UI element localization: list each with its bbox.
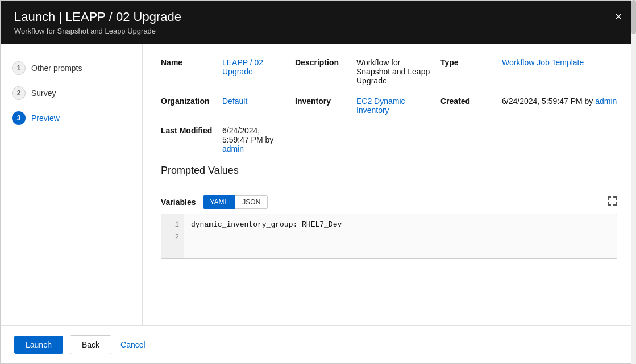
- section-divider: [161, 186, 617, 186]
- type-field: Type Workflow Job Template: [440, 58, 617, 67]
- step-number-1: 1: [12, 61, 26, 75]
- detail-row-2: Organization Default Inventory EC2 Dynam…: [161, 97, 617, 115]
- tab-group: YAML JSON: [203, 195, 268, 209]
- prompted-values-section: Prompted Values Variables YAML JSON: [161, 165, 617, 259]
- sidebar-item-other-prompts[interactable]: 1 Other prompts: [1, 56, 142, 81]
- last-modified-value: 6/24/2024, 5:59:47 PM by admin: [222, 126, 286, 153]
- name-label: Name: [161, 58, 218, 67]
- sidebar: 1 Other prompts 2 Survey 3 Preview: [1, 44, 143, 325]
- line-num-2: 2: [161, 231, 184, 244]
- detail-row-1: Name LEAPP / 02 Upgrade Description Work…: [161, 58, 617, 85]
- type-value[interactable]: Workflow Job Template: [502, 58, 584, 67]
- modal-header: Launch | LEAPP / 02 Upgrade Workflow for…: [1, 1, 635, 44]
- main-content: Name LEAPP / 02 Upgrade Description Work…: [143, 44, 635, 325]
- tab-json[interactable]: JSON: [235, 195, 268, 209]
- code-line-1: dynamic_inventory_group: RHEL7_Dev: [191, 219, 342, 231]
- description-field: Description Workflow for Snapshot and Le…: [295, 58, 431, 85]
- code-editor[interactable]: 1 2 dynamic_inventory_group: RHEL7_Dev: [161, 214, 617, 259]
- created-field: Created 6/24/2024, 5:59:47 PM by admin: [440, 97, 617, 106]
- expand-icon[interactable]: [607, 196, 617, 208]
- inventory-value[interactable]: EC2 Dynamic Inventory: [356, 97, 431, 115]
- variables-header: Variables YAML JSON: [161, 195, 617, 209]
- cancel-button[interactable]: Cancel: [118, 336, 148, 354]
- type-label: Type: [440, 58, 497, 67]
- back-button[interactable]: Back: [70, 335, 111, 354]
- line-num-1: 1: [161, 219, 184, 231]
- close-button[interactable]: ×: [615, 11, 622, 22]
- modal-header-left: Launch | LEAPP / 02 Upgrade Workflow for…: [14, 10, 181, 35]
- description-label: Description: [295, 58, 352, 67]
- detail-section: Name LEAPP / 02 Upgrade Description Work…: [161, 58, 617, 153]
- last-modified-label: Last Modified: [161, 126, 218, 135]
- tab-yaml[interactable]: YAML: [203, 195, 236, 209]
- sidebar-label-other-prompts: Other prompts: [31, 64, 82, 73]
- code-content[interactable]: dynamic_inventory_group: RHEL7_Dev: [184, 214, 348, 258]
- last-modified-by[interactable]: admin: [222, 144, 244, 153]
- sidebar-label-preview: Preview: [31, 114, 60, 123]
- launch-button[interactable]: Launch: [14, 336, 63, 354]
- name-value[interactable]: LEAPP / 02 Upgrade: [222, 58, 286, 76]
- created-value: 6/24/2024, 5:59:47 PM by admin: [502, 97, 617, 106]
- detail-row-3: Last Modified 6/24/2024, 5:59:47 PM by a…: [161, 126, 617, 153]
- modal-title: Launch | LEAPP / 02 Upgrade: [14, 10, 181, 24]
- svg-rect-5: [608, 202, 609, 206]
- sidebar-label-survey: Survey: [31, 89, 56, 98]
- modal: Launch | LEAPP / 02 Upgrade Workflow for…: [0, 0, 636, 364]
- description-value: Workflow for Snapshot and Leapp Upgrade: [356, 58, 431, 85]
- inventory-label: Inventory: [295, 97, 352, 106]
- inventory-field: Inventory EC2 Dynamic Inventory: [295, 97, 431, 115]
- line-numbers: 1 2: [161, 214, 184, 258]
- created-by[interactable]: admin: [595, 97, 617, 106]
- step-number-2: 2: [12, 86, 26, 100]
- modal-subtitle: Workflow for Snapshot and Leapp Upgrade: [14, 27, 181, 35]
- last-modified-field: Last Modified 6/24/2024, 5:59:47 PM by a…: [161, 126, 286, 153]
- svg-rect-1: [608, 196, 609, 200]
- svg-rect-7: [616, 202, 617, 206]
- organization-label: Organization: [161, 97, 218, 106]
- variables-label: Variables: [161, 198, 196, 207]
- svg-rect-3: [616, 196, 617, 200]
- name-field: Name LEAPP / 02 Upgrade: [161, 58, 286, 76]
- modal-body: 1 Other prompts 2 Survey 3 Preview: [1, 44, 635, 325]
- prompted-values-title: Prompted Values: [161, 165, 617, 177]
- scrollbar-track[interactable]: [631, 44, 635, 325]
- modal-footer: Launch Back Cancel: [1, 325, 635, 363]
- sidebar-item-survey[interactable]: 2 Survey: [1, 81, 142, 106]
- organization-field: Organization Default: [161, 97, 286, 106]
- created-label: Created: [440, 97, 497, 106]
- sidebar-item-preview[interactable]: 3 Preview: [1, 106, 142, 131]
- step-number-3: 3: [12, 111, 26, 125]
- code-line-2: [191, 231, 342, 244]
- organization-value[interactable]: Default: [222, 97, 247, 106]
